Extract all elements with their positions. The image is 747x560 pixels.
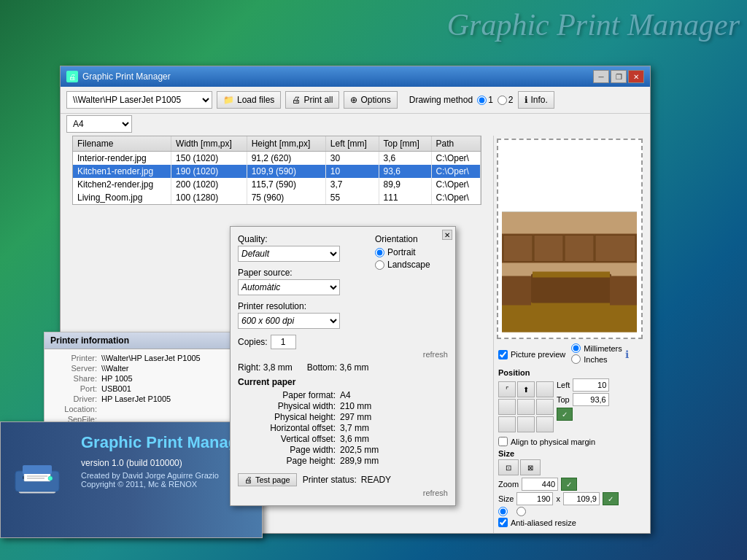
title-bar-buttons: ─ ❐ ✕ bbox=[593, 70, 644, 83]
size-h-input[interactable] bbox=[563, 492, 600, 505]
cell-path: C:\Oper\ bbox=[431, 165, 480, 178]
resolution-label: Printer resolution: bbox=[238, 301, 448, 311]
ph-label: Physical height: bbox=[238, 412, 340, 422]
landscape-radio[interactable] bbox=[375, 260, 384, 270]
landscape-label[interactable]: Landscape bbox=[375, 260, 448, 270]
paper-source-select[interactable]: Automàtic bbox=[238, 279, 340, 295]
cell-top: 93,6 bbox=[379, 165, 431, 178]
size-confirm-button[interactable]: ✓ bbox=[603, 492, 619, 505]
copies-input[interactable] bbox=[271, 335, 296, 349]
col-height: Height [mm,px] bbox=[247, 136, 325, 152]
anti-alias-check[interactable] bbox=[498, 518, 508, 527]
position-confirm-button[interactable]: ✓ bbox=[557, 408, 573, 421]
load-files-button[interactable]: 📁 Load files bbox=[217, 91, 281, 109]
size-w-input[interactable] bbox=[516, 492, 553, 505]
pos-tl-button[interactable]: ⌜ bbox=[498, 381, 516, 397]
pgw-value: 202,5 mm bbox=[340, 445, 379, 455]
resolution-field: Printer resolution: 600 x 600 dpi bbox=[238, 301, 448, 329]
plus-icon: ⊕ bbox=[350, 95, 357, 105]
inches-radio[interactable] bbox=[571, 354, 581, 364]
copies-field: Copies: bbox=[238, 335, 296, 349]
splash-version: version 1.0 (build 010000) bbox=[81, 458, 255, 468]
left-label: Left bbox=[557, 381, 570, 389]
resolution-select[interactable]: 600 x 600 dpi bbox=[238, 313, 340, 329]
test-page-button[interactable]: 🖨 Test page bbox=[238, 473, 297, 486]
cell-left: 55 bbox=[325, 191, 379, 204]
align-margin-check[interactable] bbox=[498, 437, 508, 446]
table-row[interactable]: Interior-render.jpg 150 (1020) 91,2 (620… bbox=[73, 152, 481, 166]
pi-port-value: USB001 bbox=[101, 384, 131, 393]
cell-top: 3,6 bbox=[379, 152, 431, 166]
pos-ml-button[interactable] bbox=[498, 399, 516, 415]
quality-select[interactable]: Default bbox=[238, 246, 340, 262]
paper-dropdown[interactable]: A4 bbox=[66, 115, 132, 133]
size-radio2-label[interactable] bbox=[516, 507, 526, 516]
close-button[interactable]: ✕ bbox=[628, 70, 644, 83]
pos-tr-button[interactable] bbox=[536, 381, 554, 397]
picture-preview-check[interactable] bbox=[498, 350, 508, 359]
pf-label: Paper format: bbox=[238, 390, 340, 400]
pos-mr-button[interactable] bbox=[536, 399, 554, 415]
drawing-method-label: Drawing method bbox=[409, 95, 473, 105]
cell-left: 30 bbox=[325, 152, 379, 166]
pi-server-label: Server: bbox=[50, 364, 101, 373]
printer-icon: 🖨 bbox=[292, 95, 301, 105]
size-fit-button[interactable]: ⊡ bbox=[498, 459, 519, 475]
dm2-radio[interactable] bbox=[498, 96, 507, 105]
pw-label: Physical width: bbox=[238, 401, 340, 411]
size-fill-button[interactable]: ⊠ bbox=[520, 459, 541, 475]
ho-value: 3,7 mm bbox=[340, 423, 369, 433]
cell-height: 109,9 (590) bbox=[247, 165, 325, 178]
dm1-radio-label[interactable]: 1 bbox=[477, 95, 493, 105]
dm1-radio[interactable] bbox=[477, 96, 487, 105]
col-top: Top [mm] bbox=[379, 136, 431, 152]
cell-path: C:\Oper\ bbox=[431, 191, 480, 204]
pos-br-button[interactable] bbox=[536, 416, 554, 432]
pos-bl-button[interactable] bbox=[498, 416, 516, 432]
pi-driver-value: HP LaserJet P1005 bbox=[101, 394, 171, 403]
left-field-row: Left bbox=[557, 378, 609, 392]
printer-status: Printer status: READY bbox=[303, 475, 391, 485]
pf-value: A4 bbox=[340, 390, 351, 400]
refresh-link2[interactable]: refresh bbox=[423, 489, 448, 497]
zoom-confirm-button[interactable]: ✓ bbox=[561, 478, 577, 491]
cell-width: 190 (1020) bbox=[171, 165, 247, 178]
portrait-label[interactable]: Portrait bbox=[375, 247, 448, 257]
splash-icon bbox=[1, 422, 74, 537]
size-radio1[interactable] bbox=[498, 507, 508, 516]
toolbar-row1: \\Walter\HP LaserJet P1005 📁 Load files … bbox=[61, 87, 650, 114]
table-row[interactable]: Kitchen1-render.jpg 190 (1020) 109,9 (59… bbox=[73, 165, 481, 178]
refresh-link[interactable]: refresh bbox=[423, 350, 448, 359]
restore-button[interactable]: ❐ bbox=[611, 70, 627, 83]
pgh-label: Page height: bbox=[238, 456, 340, 466]
size-radio1-label[interactable] bbox=[498, 507, 508, 516]
printer-dropdown[interactable]: \\Walter\HP LaserJet P1005 bbox=[66, 91, 212, 109]
orientation-title: Orientation bbox=[375, 234, 448, 244]
zoom-input[interactable] bbox=[522, 478, 558, 491]
table-row[interactable]: Kitchen2-render.jpg 200 (1020) 115,7 (59… bbox=[73, 178, 481, 191]
cell-path: C:\Oper\ bbox=[431, 178, 480, 191]
millimeters-radio[interactable] bbox=[571, 343, 581, 353]
size-radio2[interactable] bbox=[516, 507, 526, 516]
table-row[interactable]: Living_Room.jpg 100 (1280) 75 (960) 55 1… bbox=[73, 191, 481, 204]
options-button[interactable]: ⊕ Options bbox=[344, 91, 397, 109]
info-button[interactable]: ℹ Info. bbox=[518, 91, 554, 109]
zoom-label: Zoom bbox=[498, 480, 519, 489]
left-input[interactable] bbox=[573, 378, 609, 392]
minimize-button[interactable]: ─ bbox=[593, 70, 609, 83]
test-page-icon: 🖨 bbox=[244, 475, 252, 484]
pos-bc-button[interactable] bbox=[517, 416, 535, 432]
info-icon: ℹ bbox=[525, 95, 528, 105]
cell-top: 89,9 bbox=[379, 178, 431, 191]
file-table: Filename Width [mm,px] Height [mm,px] Le… bbox=[73, 136, 481, 204]
top-input[interactable] bbox=[573, 393, 609, 406]
pos-tc-button[interactable]: ⬆ bbox=[517, 381, 535, 397]
file-table-container: Filename Width [mm,px] Height [mm,px] Le… bbox=[72, 136, 481, 205]
pos-mc-button[interactable] bbox=[517, 399, 535, 415]
print-all-button[interactable]: 🖨 Print all bbox=[285, 91, 339, 109]
dm2-radio-label[interactable]: 2 bbox=[498, 95, 514, 105]
pi-driver-label: Driver: bbox=[50, 394, 101, 403]
right-label: Right: 3,8 mm bbox=[238, 362, 293, 373]
cell-height: 91,2 (620) bbox=[247, 152, 325, 166]
portrait-radio[interactable] bbox=[375, 248, 384, 257]
